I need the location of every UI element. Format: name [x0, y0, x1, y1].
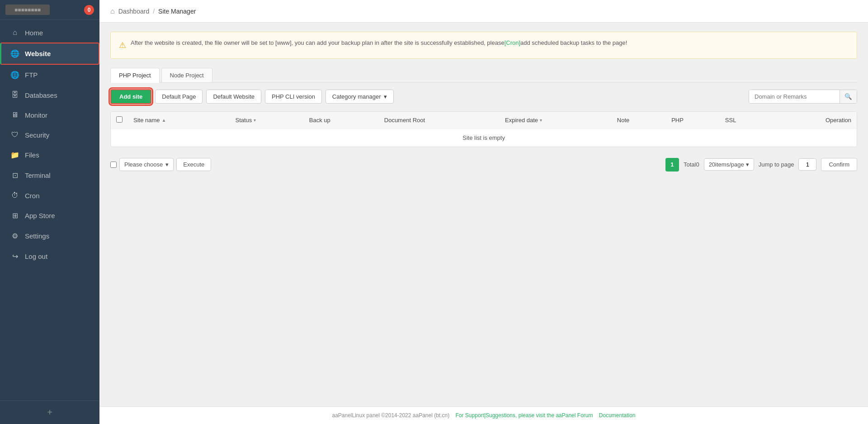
files-icon: 📁	[10, 151, 19, 159]
table-header-ssl: SSL	[720, 112, 771, 129]
please-choose-label: Please choose	[124, 161, 163, 168]
category-manager-label: Category manager	[332, 93, 381, 100]
tabs-row: PHP Project Node Project	[110, 68, 857, 83]
category-manager-button[interactable]: Category manager ▾	[326, 90, 394, 104]
database-icon: 🗄	[10, 91, 19, 99]
items-per-page-chevron: ▾	[746, 161, 749, 168]
execute-button[interactable]: Execute	[176, 158, 211, 171]
alert-box: ⚠ After the website is created, the file…	[110, 32, 857, 59]
sort-icon-status: ▾	[254, 118, 256, 123]
footer-copyright: aaPanelLinux panel ©2014-2022 aaPanel (b…	[332, 412, 449, 419]
sidebar-logo-text: ■■■■■■■■	[14, 7, 41, 13]
alert-text: After the website is created, the file o…	[131, 38, 627, 48]
sidebar-label-ftp: FTP	[25, 71, 38, 79]
table-header-note: Note	[612, 112, 666, 129]
monitor-icon: 🖥	[10, 111, 19, 119]
current-page-button[interactable]: 1	[665, 158, 679, 172]
footer-docs-link[interactable]: Documentation	[599, 412, 636, 419]
table-header-expired-date[interactable]: Expired date ▾	[500, 112, 612, 129]
items-per-page-select[interactable]: 20items/page ▾	[704, 158, 754, 171]
site-table: Site name ▲ Status ▾ Back up	[110, 111, 857, 147]
add-site-button[interactable]: Add site	[110, 89, 151, 104]
search-button[interactable]: 🔍	[840, 90, 857, 103]
page-select-group: Please choose ▾ Execute	[110, 158, 211, 171]
select-all-checkbox[interactable]	[116, 116, 123, 123]
table-header-backup: Back up	[304, 112, 379, 129]
main-area: ⌂ Dashboard / Site Manager ⚠ After the w…	[99, 0, 868, 424]
footer: aaPanelLinux panel ©2014-2022 aaPanel (b…	[99, 406, 868, 424]
sidebar-label-databases: Databases	[25, 91, 57, 99]
sidebar-item-appstore[interactable]: ⊞ App Store	[0, 205, 99, 226]
sidebar-item-logout[interactable]: ↪ Log out	[0, 246, 99, 267]
sidebar-item-settings[interactable]: ⚙ Settings	[0, 226, 99, 246]
table-header-document-root: Document Root	[379, 112, 500, 129]
sidebar-item-cron[interactable]: ⏱ Cron	[0, 186, 99, 205]
sidebar-add-button[interactable]: +	[0, 400, 99, 424]
home-breadcrumb-icon: ⌂	[110, 7, 115, 15]
table-header-site-name[interactable]: Site name ▲	[128, 112, 230, 129]
home-icon: ⌂	[10, 29, 19, 37]
breadcrumb-home[interactable]: Dashboard	[118, 8, 150, 15]
table-empty-message: Site list is empty	[111, 129, 857, 147]
alert-text-after: add scheduled backup tasks to the page!	[520, 39, 627, 46]
alert-text-before: After the website is created, the file o…	[131, 39, 505, 46]
settings-icon: ⚙	[10, 232, 19, 240]
confirm-button[interactable]: Confirm	[821, 158, 857, 171]
sidebar-logo: ■■■■■■■■	[5, 5, 50, 15]
please-choose-chevron: ▾	[165, 161, 169, 168]
sidebar-item-website[interactable]: 🌐 Website	[0, 43, 99, 65]
sort-icon-site-name: ▲	[162, 118, 166, 123]
jump-to-page-label: Jump to page	[759, 161, 794, 168]
sidebar-item-ftp[interactable]: 🌐 FTP	[0, 65, 99, 85]
appstore-icon: ⊞	[10, 211, 19, 220]
sidebar: ■■■■■■■■ 0 ⌂ Home 🌐 Website 🌐 FTP 🗄 Data…	[0, 0, 99, 424]
tab-php-project[interactable]: PHP Project	[110, 68, 160, 83]
sidebar-item-monitor[interactable]: 🖥 Monitor	[0, 105, 99, 125]
table-header-status[interactable]: Status ▾	[230, 112, 304, 129]
sidebar-header: ■■■■■■■■ 0	[0, 0, 99, 20]
sidebar-item-terminal[interactable]: ⊡ Terminal	[0, 165, 99, 186]
breadcrumb-separator: /	[153, 8, 155, 15]
sidebar-label-security: Security	[25, 131, 49, 139]
total-label: Total0	[684, 161, 699, 168]
ftp-icon: 🌐	[10, 71, 19, 79]
cron-link[interactable]: [Cron]	[505, 39, 520, 46]
items-per-page-label: 20items/page	[709, 161, 744, 168]
table-header-operation: Operation	[771, 112, 857, 129]
sidebar-item-home[interactable]: ⌂ Home	[0, 23, 99, 43]
chevron-down-icon: ▾	[384, 93, 387, 100]
sort-icon-expired: ▾	[540, 118, 542, 123]
breadcrumb-current: Site Manager	[158, 8, 196, 15]
pagination-checkbox[interactable]	[110, 162, 117, 168]
shield-icon: 🛡	[10, 131, 19, 139]
terminal-icon: ⊡	[10, 171, 19, 180]
pagination-row: Please choose ▾ Execute 1 Total0 20items…	[110, 154, 857, 175]
sidebar-item-databases[interactable]: 🗄 Databases	[0, 85, 99, 105]
content-area: ⚠ After the website is created, the file…	[99, 23, 868, 406]
sidebar-label-files: Files	[25, 151, 39, 159]
default-page-button[interactable]: Default Page	[155, 90, 203, 104]
please-choose-button[interactable]: Please choose ▾	[119, 158, 174, 171]
globe-icon: 🌐	[10, 49, 19, 58]
sidebar-label-settings: Settings	[25, 232, 49, 240]
sidebar-label-home: Home	[25, 29, 43, 37]
sidebar-item-security[interactable]: 🛡 Security	[0, 125, 99, 145]
jump-to-page-input[interactable]	[798, 158, 816, 171]
tab-node-project[interactable]: Node Project	[161, 68, 212, 82]
table-empty-row: Site list is empty	[111, 129, 857, 147]
sidebar-label-logout: Log out	[25, 252, 47, 260]
toolbar: Add site Default Page Default Website PH…	[110, 89, 857, 104]
sidebar-item-files[interactable]: 📁 Files	[0, 145, 99, 165]
search-box: 🔍	[749, 90, 857, 104]
notification-badge[interactable]: 0	[84, 5, 94, 15]
plus-icon: +	[47, 407, 52, 418]
table-header-checkbox	[111, 112, 128, 129]
topbar: ⌂ Dashboard / Site Manager	[99, 0, 868, 23]
footer-support-link[interactable]: For Support|Suggestions, please visit th…	[456, 412, 593, 419]
default-website-button[interactable]: Default Website	[206, 90, 261, 104]
cron-icon: ⏱	[10, 191, 19, 200]
sidebar-label-monitor: Monitor	[25, 111, 47, 119]
search-input[interactable]	[749, 90, 840, 103]
table-header-php: PHP	[666, 112, 720, 129]
php-cli-button[interactable]: PHP CLI version	[265, 90, 322, 104]
